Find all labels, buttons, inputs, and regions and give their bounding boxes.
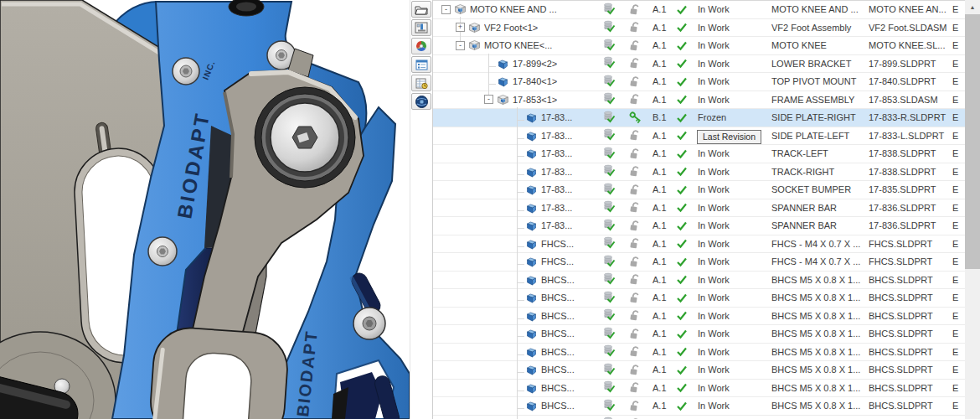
tree-expander: [513, 311, 522, 320]
globe-icon[interactable]: [411, 93, 431, 110]
table-row[interactable]: 17-899<2>: [433, 55, 965, 74]
description: TRACK-LEFT: [771, 148, 869, 158]
item-name: MOTO KNEE<...: [484, 40, 552, 50]
tree-expander: [513, 257, 522, 266]
table-row[interactable]: BHCS...: [433, 380, 965, 398]
node-icon: [525, 184, 538, 195]
local-version-icon: [585, 380, 622, 395]
table-row[interactable]: BHCS...: [433, 272, 965, 290]
table-row[interactable]: 17-83...: [433, 109, 965, 127]
list-view-icon[interactable]: [411, 56, 431, 73]
check-icon: [676, 219, 698, 233]
node-icon: [525, 328, 538, 339]
unlocked-icon: [629, 345, 641, 358]
node-icon: [525, 238, 538, 250]
extra-col: E: [952, 383, 965, 393]
filename: MOTO KNEE.SL...: [869, 40, 952, 50]
table-row[interactable]: - MOTO KNEE AND ...: [433, 1, 965, 19]
extra-col: E: [952, 401, 965, 411]
part-icon: [525, 346, 538, 358]
unlocked-icon: [629, 57, 641, 70]
table-row[interactable]: BHCS...: [433, 344, 965, 362]
local-version-icon: [585, 399, 622, 413]
part-icon: [525, 310, 538, 322]
table-row[interactable]: BHCS...: [433, 416, 965, 419]
revision: A.1: [652, 220, 676, 230]
table-row[interactable]: 17-83...: [433, 181, 965, 199]
tree-expander: [513, 401, 522, 411]
open-folder-icon[interactable]: [411, 1, 431, 18]
table-row[interactable]: - MOTO KNEE<...: [433, 37, 965, 55]
filename: 17-840.SLDPRT: [869, 76, 952, 86]
item-name: 17-83...: [541, 112, 572, 122]
color-wheel-icon[interactable]: [411, 38, 431, 54]
table-row[interactable]: 17-83...: [433, 163, 965, 182]
lock-cell: [622, 93, 652, 106]
tree-indent: [433, 406, 513, 406]
revision: A.1: [652, 275, 676, 285]
tree-indent: [433, 225, 513, 226]
state: In Work: [698, 256, 771, 266]
revision: A.1: [652, 239, 676, 249]
tree-indent: [433, 63, 484, 64]
item-name: BHCS...: [541, 401, 575, 411]
tree-indent: [433, 9, 441, 10]
table-row[interactable]: BHCS...: [433, 325, 965, 344]
state: In Work: [698, 23, 771, 33]
table-row[interactable]: 17-83...: [433, 199, 965, 218]
table-row[interactable]: BHCS...: [433, 308, 965, 326]
tree-cell: 17-83...: [433, 111, 585, 123]
tree-cell: 17-83...: [433, 202, 585, 214]
part-icon: [525, 184, 538, 195]
extra-col: E: [952, 40, 965, 50]
tree-indent: [433, 297, 513, 298]
state: In Work: [698, 59, 771, 69]
extra-col: E: [952, 239, 965, 249]
table-clock-icon[interactable]: [411, 75, 431, 91]
table-row[interactable]: 17-83...: [433, 217, 965, 235]
table-row[interactable]: FHCS...: [433, 253, 965, 272]
local-version-icon: [585, 147, 622, 161]
tree-indent: [433, 81, 484, 82]
description: BHCS M5 X 0.8 X 1...: [771, 347, 869, 357]
scrollbar-thumb[interactable]: [965, 14, 980, 269]
tree-indent: [433, 171, 513, 172]
state: Frozen: [698, 112, 771, 122]
table-row[interactable]: - 17-853<1>: [433, 91, 965, 110]
part-icon: [525, 111, 538, 123]
extra-col: E: [952, 184, 965, 194]
lock-cell: [622, 21, 652, 34]
tree-expander: [513, 239, 522, 248]
node-icon: [525, 346, 538, 358]
table-row[interactable]: BHCS...: [433, 361, 965, 380]
part-icon: [525, 220, 538, 231]
table-row[interactable]: 17-83...: [433, 145, 965, 163]
tree-expander[interactable]: -: [441, 5, 451, 14]
tree-expander[interactable]: +: [456, 23, 465, 32]
tree-expander[interactable]: -: [484, 95, 493, 104]
scroll-up-arrow[interactable]: ▲: [965, 0, 980, 14]
check-icon: [676, 272, 698, 287]
filename: FHCS.SLDPRT: [869, 239, 952, 249]
tree-expander[interactable]: -: [456, 41, 465, 50]
local-version-icon: [585, 39, 622, 53]
3d-viewport[interactable]: BIODAPT INC.: [0, 0, 410, 419]
vertical-scrollbar[interactable]: ▲: [965, 0, 980, 419]
tree-cell: BHCS...: [433, 382, 585, 394]
filename: BHCS.SLDPRT: [869, 328, 952, 339]
tree-expander: [513, 293, 522, 303]
table-row[interactable]: BHCS...: [433, 397, 965, 416]
node-icon: [468, 22, 481, 34]
extra-col: E: [952, 23, 965, 33]
table-row[interactable]: FHCS...: [433, 235, 965, 254]
node-icon: [525, 400, 538, 411]
table-row[interactable]: 17-840<1>: [433, 73, 965, 91]
machine-icon[interactable]: [411, 19, 431, 36]
item-name: 17-83...: [541, 220, 572, 230]
state: In Work: [698, 328, 771, 339]
table-row[interactable]: + VF2 Foot<1>: [433, 19, 965, 38]
part-icon: [525, 382, 538, 394]
filename: MOTO KNEE AN...: [869, 4, 952, 14]
table-row[interactable]: BHCS...: [433, 289, 965, 308]
state: In Work: [698, 292, 771, 303]
